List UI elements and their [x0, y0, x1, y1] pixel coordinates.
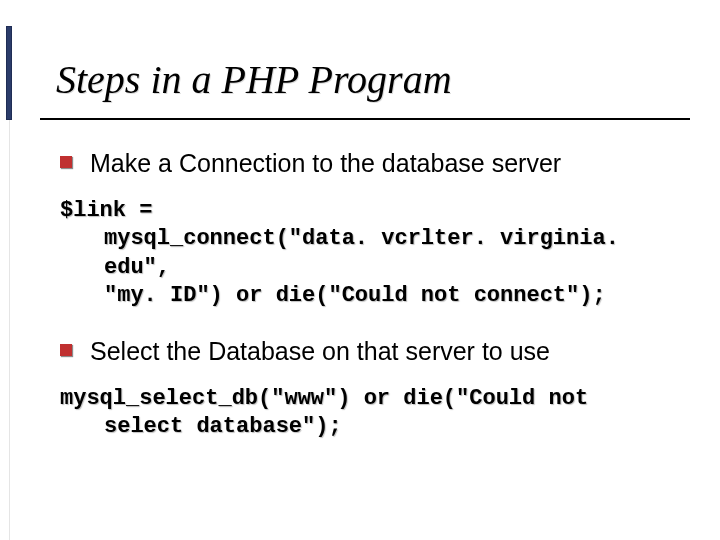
bullet-item: Make a Connection to the database server — [60, 148, 680, 179]
square-bullet-icon — [60, 156, 72, 168]
code-line: $link = — [60, 198, 152, 223]
title-underline — [40, 118, 690, 120]
code-block: $link = mysql_connect("data. vcrlter. vi… — [60, 197, 680, 310]
left-rail-shadow — [6, 120, 10, 540]
bullet-item: Select the Database on that server to us… — [60, 336, 680, 367]
bullet-text: Select the Database on that server to us… — [90, 336, 550, 367]
left-rail — [0, 0, 12, 540]
bullet-text: Make a Connection to the database server — [90, 148, 561, 179]
code-line: mysql_connect("data. vcrlter. virginia. … — [60, 225, 680, 281]
square-bullet-icon — [60, 344, 72, 356]
slide: Steps in a PHP Program Make a Connection… — [0, 0, 720, 540]
slide-title: Steps in a PHP Program — [56, 56, 452, 103]
code-line: select database"); — [60, 413, 680, 441]
code-line: mysql_select_db("www") or die("Could not — [60, 386, 588, 411]
left-rail-accent — [6, 26, 12, 120]
slide-content: Make a Connection to the database server… — [60, 148, 680, 467]
code-block: mysql_select_db("www") or die("Could not… — [60, 385, 680, 441]
code-line: "my. ID") or die("Could not connect"); — [60, 282, 680, 310]
